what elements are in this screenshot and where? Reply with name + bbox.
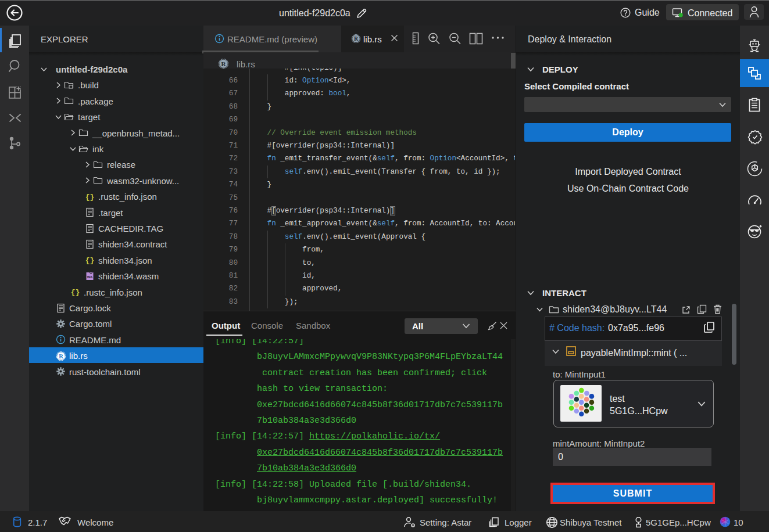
- svg-text:{}: {}: [85, 256, 95, 265]
- svg-text:R: R: [354, 35, 359, 42]
- svg-text:{}: {}: [85, 193, 95, 202]
- svg-text:R: R: [221, 60, 226, 67]
- svg-text:{}: {}: [71, 288, 80, 297]
- svg-text:WA: WA: [87, 275, 93, 279]
- svg-text:R: R: [59, 353, 63, 360]
